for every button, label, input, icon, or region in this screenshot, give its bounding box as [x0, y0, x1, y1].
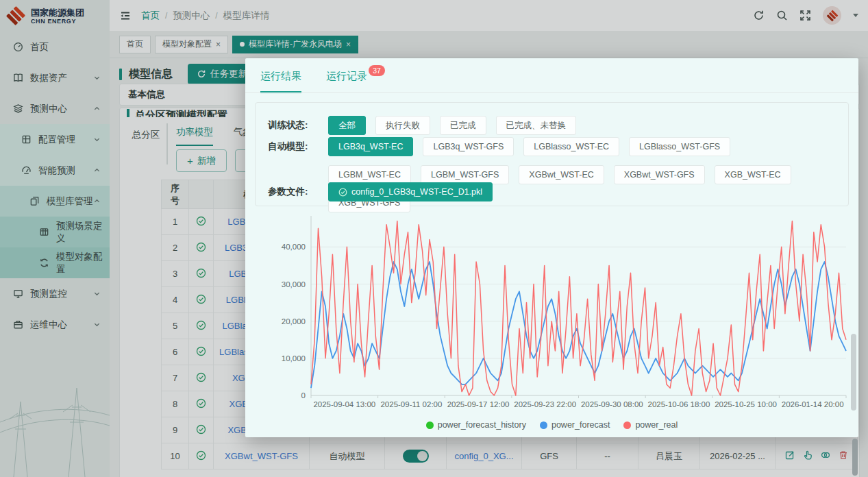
legend-dot: [623, 421, 631, 429]
legend-label: power_forecast_history: [438, 420, 526, 430]
svg-text:20,000: 20,000: [282, 317, 306, 326]
param-file-chip[interactable]: config_0_LGB3q_WST-EC_D1.pkl: [328, 182, 493, 201]
check-circle-icon: [338, 188, 347, 197]
legend-item-power_forecast[interactable]: power_forecast: [540, 420, 610, 430]
param-file-label: 参数文件:: [268, 182, 328, 201]
status-chip-已完成[interactable]: 已完成: [440, 116, 486, 135]
model-chip-LGB3q_WST-EC[interactable]: LGB3q_WST-EC: [328, 137, 413, 156]
model-chip-XGBwt_WST-GFS[interactable]: XGBwt_WST-GFS: [614, 165, 705, 184]
legend-item-power_real[interactable]: power_real: [623, 420, 678, 430]
modal-tabs-divider: [245, 92, 858, 93]
svg-text:30,000: 30,000: [282, 280, 306, 289]
model-filter-label: 自动模型:: [268, 137, 328, 156]
svg-text:2026-01-14 20:00: 2026-01-14 20:00: [782, 400, 844, 408]
svg-text:40,000: 40,000: [282, 243, 306, 251]
model-chip-LGBlasso_WST-EC[interactable]: LGBlasso_WST-EC: [523, 137, 619, 156]
model-chip-LGBM_WST-EC[interactable]: LGBM_WST-EC: [328, 165, 411, 184]
page-scrollbar-thumb[interactable]: [852, 439, 858, 476]
legend-item-power_forecast_history[interactable]: power_forecast_history: [426, 420, 526, 430]
legend-label: power_real: [635, 420, 678, 430]
status-chip-全部[interactable]: 全部: [328, 116, 366, 135]
svg-text:2025-09-11 02:00: 2025-09-11 02:00: [380, 400, 442, 408]
legend-label: power_forecast: [551, 420, 610, 430]
svg-text:10,000: 10,000: [282, 354, 306, 363]
run-result-chart: 010,00020,00030,00040,0002025-09-04 13:0…: [251, 215, 853, 417]
modal-scrollbar-thumb[interactable]: [851, 334, 856, 411]
modal-tabs: 运行结果运行记录37: [260, 70, 367, 93]
svg-text:0: 0: [301, 391, 306, 400]
svg-text:2025-10-06 18:00: 2025-10-06 18:00: [648, 400, 710, 408]
status-filter-label: 训练状态:: [268, 116, 328, 135]
status-chip-已完成、未替换[interactable]: 已完成、未替换: [496, 116, 577, 135]
legend-dot: [426, 421, 434, 429]
svg-text:2025-09-17 12:00: 2025-09-17 12:00: [447, 400, 510, 408]
svg-text:2025-09-23 22:00: 2025-09-23 22:00: [514, 400, 576, 408]
svg-text:2025-09-04 13:00: 2025-09-04 13:00: [313, 400, 375, 408]
legend-dot: [540, 421, 547, 429]
model-chip-LGB3q_WST-GFS[interactable]: LGB3q_WST-GFS: [423, 137, 514, 156]
filter-box: 训练状态: 全部执行失败已完成已完成、未替换 自动模型: LGB3q_WST-E…: [255, 102, 849, 206]
run-result-modal: 运行结果运行记录37 训练状态: 全部执行失败已完成已完成、未替换 自动模型: …: [245, 58, 858, 437]
run-record-count-badge: 37: [369, 65, 385, 76]
model-chip-XGB_WST-EC[interactable]: XGB_WST-EC: [715, 165, 791, 184]
svg-text:2025-09-30 08:00: 2025-09-30 08:00: [581, 400, 643, 408]
model-chip-LGBlasso_WST-GFS[interactable]: LGBlasso_WST-GFS: [629, 137, 730, 156]
model-chip-XGBwt_WST-EC[interactable]: XGBwt_WST-EC: [519, 165, 604, 184]
modal-tab-运行记录[interactable]: 运行记录37: [326, 70, 367, 93]
modal-tab-运行结果[interactable]: 运行结果: [260, 70, 301, 93]
chart-legend: power_forecast_historypower_forecastpowe…: [245, 420, 858, 430]
svg-text:2025-10-25 10:00: 2025-10-25 10:00: [715, 400, 777, 408]
status-chip-执行失败[interactable]: 执行失败: [375, 116, 430, 135]
model-chip-LGBM_WST-GFS[interactable]: LGBM_WST-GFS: [421, 165, 509, 184]
app-root: 国家能源集团 CHN ENERGY 首页数据资产预测中心配置管理智能预测模型库管…: [0, 0, 868, 477]
